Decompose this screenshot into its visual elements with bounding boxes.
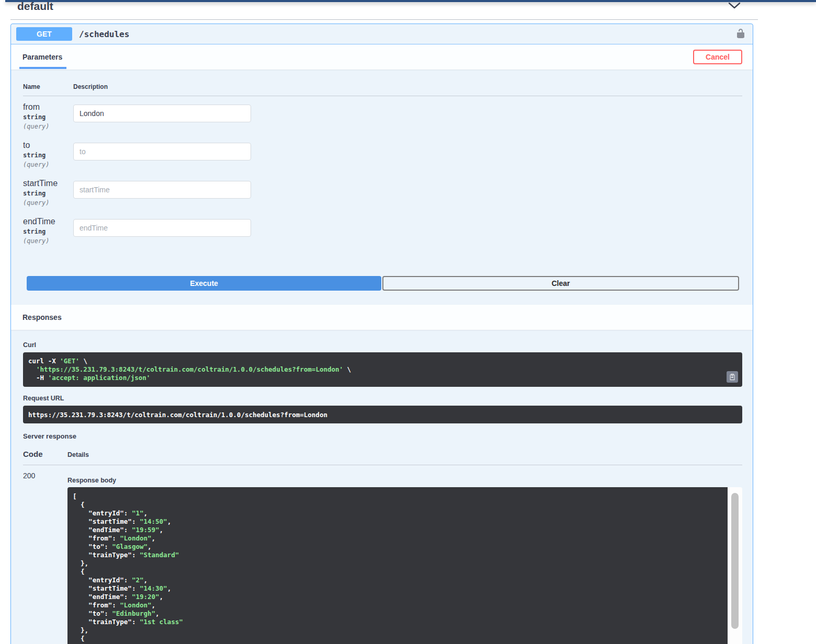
param-name: endTime	[23, 217, 73, 226]
parameters-tab-label: Parameters	[22, 53, 62, 61]
param-name: from	[23, 102, 73, 112]
chevron-down-icon	[728, 2, 741, 9]
http-method-badge: GET	[16, 27, 72, 41]
param-location: (query)	[23, 123, 73, 130]
code-line: "endTime": "19:20",	[73, 593, 722, 601]
curl-label: Curl	[23, 341, 742, 349]
response-body-block: [ { "entryId": "1", "startTime": "14:50"…	[67, 487, 728, 644]
code-line: },	[73, 559, 722, 568]
startTime-input[interactable]	[73, 181, 251, 199]
copy-to-clipboard-button[interactable]	[727, 371, 738, 383]
opblock-get-schedules: GET /schedules Parameters Cancel Name De…	[10, 24, 753, 644]
code-line: "from": "London",	[73, 601, 722, 610]
section-divider	[10, 19, 758, 20]
param-type: string	[23, 228, 73, 235]
code-line: 'https://35.231.79.3:8243/t/coltrain.com…	[28, 365, 721, 374]
responses-title: Responses	[22, 313, 62, 321]
collapse-section-button[interactable]	[728, 2, 741, 9]
code-line: "to": "Edinburgh",	[73, 610, 722, 618]
description-column-header: Description	[73, 83, 108, 90]
param-location: (query)	[23, 237, 73, 245]
clear-button[interactable]: Clear	[382, 276, 739, 291]
param-row-from: from string (query)	[23, 101, 742, 134]
from-input[interactable]	[73, 105, 251, 122]
opblock-summary[interactable]: GET /schedules	[11, 24, 753, 44]
code-line: "startTime": "14:50",	[73, 518, 722, 526]
clipboard-copy-icon	[729, 373, 736, 381]
code-line: "from": "London",	[73, 534, 722, 543]
table-header-divider	[23, 465, 742, 465]
code-line: "entryId": "2",	[73, 576, 722, 584]
code-line: -H 'accept: application/json'	[28, 374, 721, 382]
execute-button[interactable]: Execute	[27, 276, 381, 291]
param-row-to: to string (query)	[23, 140, 742, 172]
responses-section-header: Responses	[11, 305, 753, 330]
server-response-table-header: Code Details	[23, 450, 742, 458]
details-column-header: Details	[67, 451, 89, 458]
response-row-200: 200 Response body [ { "entryId": "1", "s…	[23, 470, 742, 644]
code-line: "startTime": "14:30",	[73, 584, 722, 593]
active-tab-underline	[19, 67, 66, 69]
code-line: "trainType": "1st class"	[73, 618, 722, 626]
code-line: },	[73, 626, 722, 635]
status-code: 200	[23, 470, 67, 644]
request-url-block: https://35.231.79.3:8243/t/coltrain.com/…	[23, 406, 742, 423]
code-line: {	[73, 501, 722, 509]
response-body-wrapper: [ { "entryId": "1", "startTime": "14:50"…	[67, 487, 742, 644]
cancel-button[interactable]: Cancel	[693, 50, 742, 64]
param-row-endTime: endTime string (query)	[23, 216, 742, 249]
param-type: string	[23, 113, 73, 121]
server-response-label: Server response	[23, 432, 742, 440]
code-line: {	[73, 635, 722, 643]
responses-body: Curl curl -X 'GET' \ 'https://35.231.79.…	[11, 330, 753, 644]
code-line: [	[73, 492, 722, 501]
endTime-input[interactable]	[73, 219, 251, 237]
param-row-startTime: startTime string (query)	[23, 178, 742, 211]
param-location: (query)	[23, 161, 73, 168]
to-input[interactable]	[73, 143, 251, 160]
tag-group-title: default	[17, 0, 53, 13]
param-name: startTime	[23, 179, 73, 188]
endpoint-path: /schedules	[79, 29, 129, 39]
parameters-section-header: Parameters Cancel	[11, 44, 753, 70]
code-line: {	[73, 568, 722, 576]
param-type: string	[23, 152, 73, 159]
response-body-label: Response body	[67, 477, 742, 484]
param-type: string	[23, 190, 73, 197]
unlock-icon	[735, 28, 746, 39]
tab-parameters[interactable]: Parameters	[22, 44, 62, 70]
request-url-label: Request URL	[23, 395, 742, 402]
param-location: (query)	[23, 199, 73, 206]
parameters-table-header: Name Description	[23, 83, 742, 90]
code-line: "endTime": "19:59",	[73, 526, 722, 534]
curl-command-block: curl -X 'GET' \ 'https://35.231.79.3:824…	[23, 352, 742, 387]
response-scrollbar-thumb[interactable]	[731, 493, 739, 629]
name-column-header: Name	[23, 83, 73, 90]
top-navbar	[5, 0, 816, 2]
parameters-body: Name Description from string (query) to …	[11, 70, 753, 305]
response-scrollbar-track[interactable]	[728, 487, 742, 644]
request-url-value: https://35.231.79.3:8243/t/coltrain.com/…	[28, 411, 327, 419]
table-header-divider	[23, 96, 742, 96]
execute-wrapper: Execute Clear	[27, 276, 739, 291]
code-line: curl -X 'GET' \	[28, 357, 721, 365]
code-line: "trainType": "Standard"	[73, 551, 722, 559]
code-column-header: Code	[23, 450, 67, 458]
param-name: to	[23, 141, 73, 150]
code-line: "to": "Glasgow",	[73, 543, 722, 551]
code-line: "entryId": "1",	[73, 509, 722, 518]
authorization-lock-button[interactable]	[735, 28, 746, 40]
